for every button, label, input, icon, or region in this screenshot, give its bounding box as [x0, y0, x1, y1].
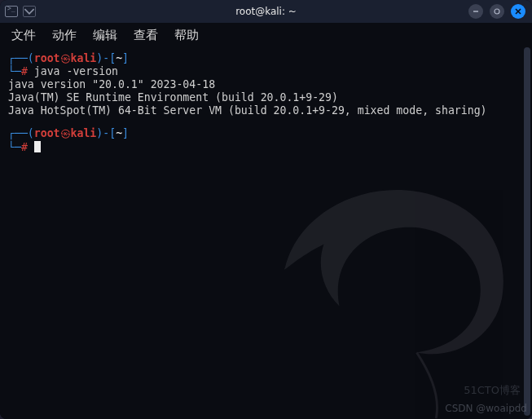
prompt-block: ┌──(root㉿kali)-[~] └─# java -version jav… — [8, 52, 524, 117]
prompt-line-1: ┌──(root㉿kali)-[~] — [8, 127, 524, 140]
titlebar-left — [5, 6, 36, 17]
minimize-icon — [472, 7, 480, 15]
window-controls — [468, 4, 525, 19]
close-icon — [514, 7, 522, 15]
scrollbar[interactable] — [524, 47, 530, 416]
menu-file[interactable]: 文件 — [7, 24, 41, 46]
watermark-51cto: 51CTO博客 — [464, 383, 521, 398]
prompt-line-1: ┌──(root㉿kali)-[~] — [8, 52, 524, 65]
window-title: root@kali: ~ — [235, 6, 297, 17]
prompt-line-2: └─# java -version — [8, 65, 524, 78]
menu-view[interactable]: 查看 — [129, 24, 163, 46]
command-text: java -version — [34, 65, 118, 77]
output-line: Java(TM) SE Runtime Environment (build 2… — [8, 91, 524, 104]
cursor — [34, 141, 41, 152]
output-line: Java HotSpot(TM) 64-Bit Server VM (build… — [8, 104, 524, 117]
titlebar: root@kali: ~ — [0, 0, 532, 23]
prompt-line-2: └─# — [8, 141, 524, 154]
new-tab-button[interactable] — [23, 6, 36, 17]
output-line: java version "20.0.1" 2023-04-18 — [8, 78, 524, 91]
maximize-icon — [493, 7, 501, 15]
terminal-window: root@kali: ~ 文件 动作 编辑 查看 帮助 ┌──(root㉿kal… — [0, 0, 532, 419]
maximize-button[interactable] — [490, 4, 504, 19]
close-button[interactable] — [511, 4, 525, 19]
spacer — [8, 117, 524, 127]
chevron-down-icon — [24, 6, 35, 17]
svg-point-1 — [495, 9, 499, 14]
terminal-area[interactable]: ┌──(root㉿kali)-[~] └─# java -version jav… — [0, 47, 532, 419]
minimize-button[interactable] — [468, 4, 483, 19]
scrollbar-thumb[interactable] — [524, 47, 530, 416]
terminal-icon — [5, 6, 18, 17]
menubar: 文件 动作 编辑 查看 帮助 — [0, 23, 532, 47]
menu-help[interactable]: 帮助 — [169, 24, 204, 46]
watermark-csdn: CSDN @woaipdd — [445, 403, 527, 414]
menu-edit[interactable]: 编辑 — [88, 24, 122, 46]
prompt-block: ┌──(root㉿kali)-[~] └─# — [8, 127, 524, 153]
menu-action[interactable]: 动作 — [47, 24, 81, 46]
kali-dragon-bg — [222, 112, 532, 419]
